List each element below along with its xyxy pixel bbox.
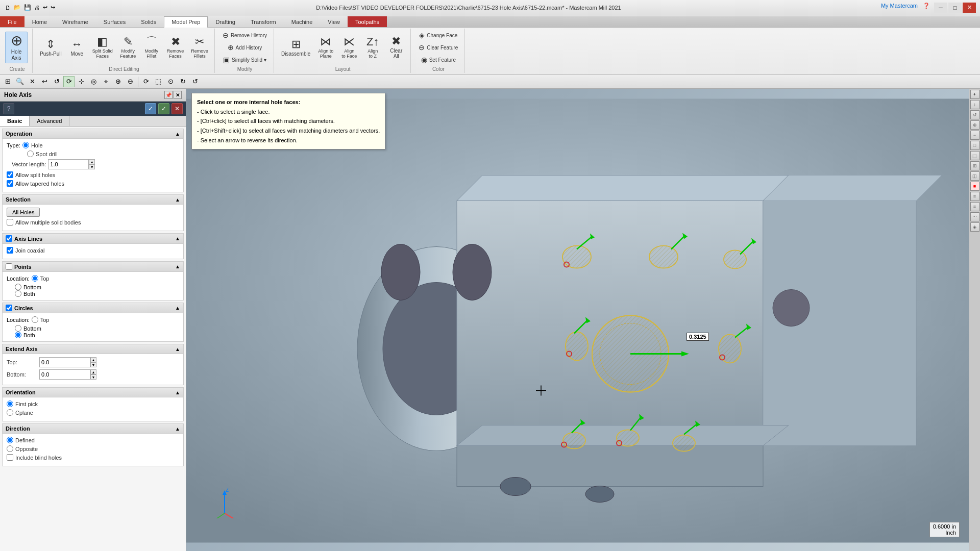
open-icon[interactable]: 📂 (13, 3, 22, 12)
vector-length-down[interactable]: ▼ (89, 164, 95, 169)
panel-help-button[interactable]: ? (3, 103, 14, 114)
tab-toolpaths[interactable]: Toolpaths (348, 16, 387, 27)
tab-advanced[interactable]: Advanced (30, 116, 69, 126)
allow-tapered-holes-checkbox[interactable] (7, 180, 13, 187)
points-both-radio[interactable] (15, 290, 21, 297)
vt-btn-9[interactable]: ⌖ (100, 76, 111, 87)
align-to-z-button[interactable]: Z↑ Alignto Z (361, 34, 384, 61)
move-button[interactable]: ↔ Move (66, 37, 88, 59)
section-axis-lines-header[interactable]: Axis Lines ▲ (3, 234, 183, 244)
direction-opposite-radio[interactable] (7, 445, 13, 452)
tab-wireframe[interactable]: Wireframe (55, 16, 96, 27)
circles-checkbox[interactable] (6, 305, 12, 311)
tab-view[interactable]: View (320, 16, 348, 27)
hole-axis-button[interactable]: ⊕ HoleAxis (5, 32, 28, 63)
vt-btn-8[interactable]: ◎ (88, 76, 99, 87)
circles-top-radio[interactable] (32, 316, 38, 323)
section-points-header[interactable]: Points ▲ (3, 262, 183, 272)
vt-btn-13[interactable]: ⬚ (153, 76, 164, 87)
panel-close-button[interactable]: ✕ (174, 91, 182, 99)
extend-bottom-down[interactable]: ▼ (90, 374, 96, 380)
orientation-cplane-radio[interactable] (7, 409, 13, 416)
tab-model-prep[interactable]: Model Prep (164, 16, 208, 28)
view-rotate-button[interactable]: ↺ (970, 110, 979, 119)
vt-btn-10[interactable]: ⊕ (112, 76, 124, 87)
tab-solids[interactable]: Solids (133, 16, 164, 27)
tab-transform[interactable]: Transform (243, 16, 284, 27)
tab-machine[interactable]: Machine (284, 16, 321, 27)
my-mastercam-link[interactable]: My Mastercam (881, 3, 918, 13)
disassemble-button[interactable]: ⊞ Disassemble (278, 37, 313, 59)
vt-btn-1[interactable]: ⊞ (2, 76, 13, 87)
view-8[interactable]: ⋯ (970, 212, 979, 221)
vector-length-up[interactable]: ▲ (89, 159, 95, 164)
tab-basic[interactable]: Basic (0, 116, 30, 126)
vector-length-input[interactable] (48, 159, 89, 169)
change-face-button[interactable]: ◈ Change Face (415, 30, 461, 41)
help-icon[interactable]: ❓ (923, 3, 930, 13)
section-direction-header[interactable]: Direction ▲ (3, 424, 183, 434)
extend-bottom-up[interactable]: ▲ (90, 369, 96, 374)
circles-both-radio[interactable] (15, 332, 21, 338)
view-9[interactable]: ◈ (970, 222, 979, 232)
panel-apply-button[interactable]: ✓ (158, 103, 169, 114)
vt-btn-4[interactable]: ↩ (39, 76, 50, 87)
clear-all-button[interactable]: ✖ ClearAll (385, 34, 407, 61)
type-hole-radio[interactable] (22, 142, 29, 148)
section-selection-header[interactable]: Selection ▲ (3, 195, 183, 205)
view-4[interactable]: ◫ (970, 171, 979, 181)
view-6[interactable]: ≡ (970, 192, 979, 201)
vt-btn-16[interactable]: ↺ (189, 76, 201, 87)
vt-btn-7[interactable]: ⊹ (76, 76, 87, 87)
viewport[interactable]: Select one or more internal hole faces: … (186, 89, 980, 551)
panel-ok-button[interactable]: ✓ (145, 103, 156, 114)
view-1[interactable]: □ (970, 141, 979, 150)
minimize-button[interactable]: ─ (934, 3, 947, 13)
extend-top-input[interactable] (39, 357, 90, 367)
orientation-first-pick-radio[interactable] (7, 400, 13, 407)
extend-bottom-input[interactable] (39, 369, 90, 380)
section-operation-header[interactable]: Operation ▲ (3, 129, 183, 139)
remove-history-button[interactable]: ⊖ Remove History (219, 30, 271, 41)
vt-btn-6[interactable]: ⟳ (63, 76, 75, 87)
view-3[interactable]: ⊞ (970, 161, 979, 170)
section-extend-axis-header[interactable]: Extend Axis ▲ (3, 344, 183, 354)
set-feature-button[interactable]: ◉ Set Feature (418, 54, 459, 65)
maximize-button[interactable]: □ (948, 3, 962, 13)
panel-pin-button[interactable]: 📌 (164, 91, 173, 99)
circles-bottom-radio[interactable] (15, 325, 21, 332)
points-top-radio[interactable] (32, 275, 38, 282)
modify-feature-button[interactable]: ✎ ModifyFeature (117, 34, 139, 61)
join-coaxial-checkbox[interactable] (7, 247, 13, 254)
align-to-face-button[interactable]: ⋉ Alignto Face (338, 34, 360, 61)
remove-faces-button[interactable]: ✖ RemoveFaces (164, 34, 187, 61)
save-icon[interactable]: 💾 (23, 3, 32, 12)
vt-btn-2[interactable]: 🔍 (14, 76, 26, 87)
vt-btn-11[interactable]: ⊖ (125, 76, 136, 87)
panel-cancel-button[interactable]: ✕ (172, 103, 183, 114)
redo-icon[interactable]: ↪ (50, 3, 56, 12)
print-icon[interactable]: 🖨 (33, 4, 41, 12)
modify-fillet-button[interactable]: ⌒ ModifyFillet (140, 34, 163, 61)
align-to-plane-button[interactable]: ⋈ Align toPlane (314, 34, 337, 61)
view-zoom-out-button[interactable]: − (970, 131, 979, 140)
include-blind-holes-checkbox[interactable] (7, 454, 13, 461)
tab-home[interactable]: Home (24, 16, 55, 27)
view-2[interactable]: ⬚ (970, 151, 979, 160)
axis-lines-checkbox[interactable] (6, 235, 12, 242)
tab-surfaces[interactable]: Surfaces (96, 16, 133, 27)
vt-btn-15[interactable]: ↻ (177, 76, 188, 87)
allow-multiple-bodies-checkbox[interactable] (7, 219, 13, 226)
new-icon[interactable]: 🗋 (4, 4, 12, 12)
points-bottom-radio[interactable] (15, 284, 21, 290)
push-pull-button[interactable]: ⇕ Push-Pull (37, 37, 65, 59)
direction-defined-radio[interactable] (7, 437, 13, 443)
view-5[interactable]: ■ (970, 182, 979, 191)
remove-fillets-button[interactable]: ✂ RemoveFillets (188, 34, 211, 61)
vt-btn-3[interactable]: ✕ (27, 76, 38, 87)
view-fit-button[interactable]: + (970, 90, 979, 99)
points-checkbox[interactable] (6, 263, 12, 270)
vt-btn-5[interactable]: ↺ (51, 76, 62, 87)
undo-icon[interactable]: ↩ (42, 3, 48, 12)
add-history-button[interactable]: ⊕ Add History (224, 42, 266, 53)
